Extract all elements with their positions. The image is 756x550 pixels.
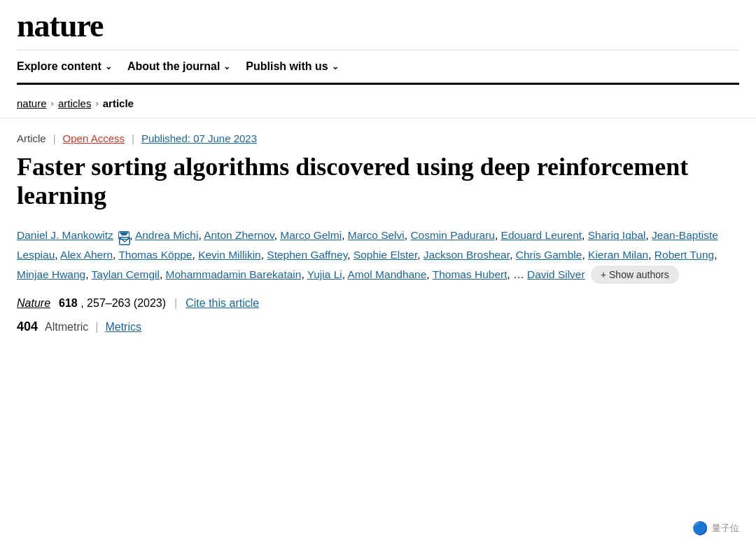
chevron-down-icon: ⌄	[223, 62, 230, 71]
author-li[interactable]: Yujia Li	[307, 268, 342, 280]
author-millikin[interactable]: Kevin Millikin	[198, 249, 261, 261]
author-leurent[interactable]: Edouard Leurent	[501, 229, 582, 241]
author-mankowitz[interactable]: Daniel J. Mankowitz	[17, 229, 113, 241]
author-hubert[interactable]: Thomas Hubert	[433, 268, 507, 280]
breadcrumb: nature › articles › article	[17, 97, 739, 109]
published-date: 07 June 2023	[193, 132, 257, 144]
published-label: Published:	[141, 132, 190, 144]
altmetric-line: 404 Altmetric | Metrics	[17, 319, 739, 334]
author-gamble[interactable]: Chris Gamble	[516, 249, 582, 261]
author-mandhane[interactable]: Amol Mandhane	[347, 268, 426, 280]
breadcrumb-current: article	[103, 97, 134, 109]
breadcrumb-sep-1: ›	[51, 98, 54, 109]
chevron-down-icon: ⌄	[105, 62, 112, 71]
nav-item-about[interactable]: About the journal ⌄	[127, 60, 246, 73]
author-silver[interactable]: David Silver	[527, 268, 585, 280]
breadcrumb-articles[interactable]: articles	[58, 97, 92, 109]
show-authors-button[interactable]: + Show authors	[591, 266, 679, 284]
article-header: Article | Open Access | Published: 07 Ju…	[0, 118, 756, 345]
open-access-link[interactable]: Open Access	[63, 132, 125, 144]
nav-item-publish[interactable]: Publish with us ⌄	[246, 60, 354, 73]
article-title: Faster sorting algorithms discovered usi…	[17, 153, 739, 211]
breadcrumb-sep-2: ›	[95, 98, 98, 109]
author-broshear[interactable]: Jackson Broshear	[424, 249, 510, 261]
breadcrumb-nature[interactable]: nature	[17, 97, 47, 109]
published-date-link[interactable]: Published: 07 June 2023	[141, 132, 257, 144]
authors-section: Daniel J. Mankowitz , Andrea Michi, Anto…	[17, 226, 739, 284]
breadcrumb-section: nature › articles › article	[0, 85, 756, 118]
meta-sep-1: |	[53, 132, 56, 144]
author-gelmi[interactable]: Marco Gelmi	[280, 229, 342, 241]
article-meta: Article | Open Access | Published: 07 Ju…	[17, 132, 739, 144]
citation-line: Nature 618 , 257–263 (2023) | Cite this …	[17, 297, 739, 310]
volume: 618	[59, 297, 78, 309]
main-nav: Explore content ⌄ About the journal ⌄ Pu…	[17, 50, 739, 85]
author-michi[interactable]: Andrea Michi	[135, 229, 198, 241]
meta-sep-2: |	[132, 132, 134, 144]
year-val: (2023)	[134, 297, 166, 309]
metrics-link[interactable]: Metrics	[105, 321, 141, 334]
author-gaffney[interactable]: Stephen Gaffney	[267, 249, 347, 261]
author-barekatain[interactable]: Mohammadamin Barekatain	[166, 268, 302, 280]
site-logo[interactable]: nature	[17, 8, 739, 50]
author-elster[interactable]: Sophie Elster	[354, 249, 417, 261]
author-iqbal[interactable]: Shariq Iqbal	[588, 229, 646, 241]
altmetric-label: Altmetric	[45, 321, 88, 334]
pages-val: 257–263	[87, 297, 130, 309]
author-milan[interactable]: Kieran Milan	[588, 249, 648, 261]
email-icon	[118, 231, 130, 240]
article-type: Article	[17, 132, 46, 144]
altmetric-pipe: |	[95, 321, 98, 334]
author-paduraru[interactable]: Cosmin Paduraru	[410, 229, 495, 241]
author-zhernov[interactable]: Anton Zhernov	[204, 229, 274, 241]
author-cemgil[interactable]: Taylan Cemgil	[92, 268, 160, 280]
pages: ,	[80, 297, 87, 309]
site-header: nature Explore content ⌄ About the journ…	[0, 0, 756, 85]
chevron-down-icon: ⌄	[332, 62, 339, 71]
author-tung[interactable]: Robert Tung	[654, 249, 714, 261]
citation-details: 618 , 257–263 (2023)	[59, 297, 166, 310]
nav-about-label: About the journal	[127, 60, 220, 73]
cite-article-link[interactable]: Cite this article	[186, 297, 259, 310]
author-ahern[interactable]: Alex Ahern	[60, 249, 113, 261]
author-hwang[interactable]: Minjae Hwang	[17, 268, 85, 280]
nav-explore-label: Explore content	[17, 60, 102, 73]
nav-item-explore[interactable]: Explore content ⌄	[17, 60, 127, 73]
nav-publish-label: Publish with us	[246, 60, 328, 73]
citation-pipe: |	[174, 297, 177, 310]
journal-name-link[interactable]: Nature	[17, 297, 50, 310]
altmetric-score: 404	[17, 319, 38, 334]
author-selvi[interactable]: Marco Selvi	[348, 229, 405, 241]
author-koppe[interactable]: Thomas Köppe	[118, 249, 192, 261]
